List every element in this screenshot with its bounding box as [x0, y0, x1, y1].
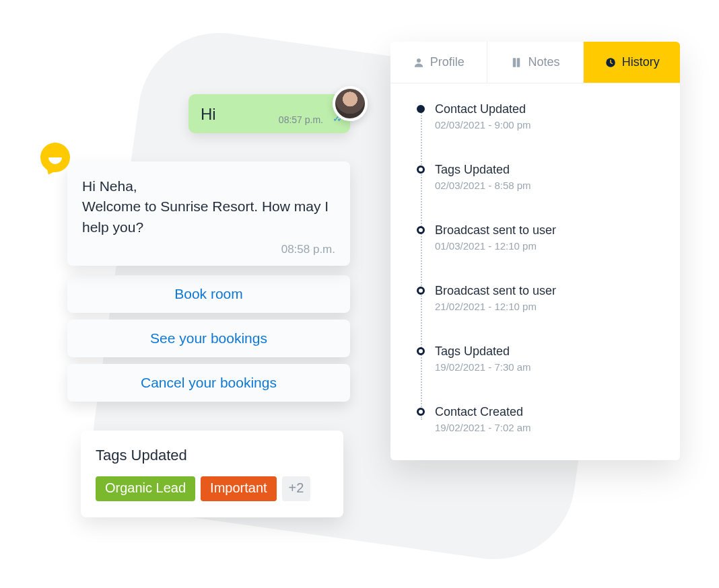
outgoing-message-time: 08:58 p.m. — [82, 243, 335, 256]
quick-reply-see-bookings[interactable]: See your bookings — [67, 320, 350, 357]
tab-notes-label: Notes — [528, 55, 559, 69]
timeline-item: Tags Updated 02/03/2021 - 8:58 pm — [417, 163, 660, 191]
svg-point-0 — [417, 59, 421, 63]
timeline-title: Broadcast sent to user — [435, 223, 660, 237]
incoming-message: Hi 08:57 p.m. ✓✓ — [189, 94, 350, 133]
timeline-item: Broadcast sent to user 01/03/2021 - 12:1… — [417, 223, 660, 252]
chat-bubble-icon — [40, 143, 70, 172]
timeline-time: 19/02/2021 - 7:30 am — [435, 361, 660, 373]
tags-card-title: Tags Updated — [96, 447, 329, 464]
contact-avatar — [333, 86, 368, 121]
history-timeline: Contact Updated 02/03/2021 - 9:00 pm Tag… — [390, 83, 680, 460]
timeline-time: 02/03/2021 - 8:58 pm — [435, 180, 660, 191]
timeline-item: Tags Updated 19/02/2021 - 7:30 am — [417, 344, 660, 373]
timeline-dot-icon — [417, 105, 425, 113]
timeline-item: Contact Updated 02/03/2021 - 9:00 pm — [417, 102, 660, 131]
timeline-dot-icon — [417, 287, 425, 295]
timeline-time: 01/03/2021 - 12:10 pm — [435, 240, 660, 252]
contact-side-panel: Profile Notes History Contact Updated 02… — [390, 42, 680, 460]
incoming-message-time: 08:57 p.m. — [279, 114, 323, 125]
chat-column: Hi 08:57 p.m. ✓✓ Hi Neha, Welcome to Sun… — [67, 94, 350, 402]
timeline-dot-icon — [417, 408, 425, 416]
person-icon — [413, 57, 425, 69]
timeline-dot-icon — [417, 166, 425, 174]
tags-row: Organic Lead Important +2 — [96, 476, 329, 501]
timeline-time: 19/02/2021 - 7:02 am — [435, 422, 660, 433]
outgoing-message-text: Hi Neha, Welcome to Sunrise Resort. How … — [82, 176, 335, 237]
timeline-time: 02/03/2021 - 9:00 pm — [435, 119, 660, 131]
timeline-time: 21/02/2021 - 12:10 pm — [435, 301, 660, 312]
quick-replies: Book room See your bookings Cancel your … — [67, 275, 350, 402]
timeline-item: Broadcast sent to user 21/02/2021 - 12:1… — [417, 284, 660, 312]
timeline-item: Contact Created 19/02/2021 - 7:02 am — [417, 405, 660, 433]
tab-notes[interactable]: Notes — [487, 42, 584, 83]
timeline-line — [421, 110, 422, 420]
tag-important[interactable]: Important — [201, 476, 276, 501]
panel-tabs: Profile Notes History — [390, 42, 680, 83]
outgoing-message: Hi Neha, Welcome to Sunrise Resort. How … — [67, 161, 350, 266]
timeline-dot-icon — [417, 226, 425, 234]
svg-rect-2 — [517, 58, 520, 67]
timeline-dot-icon — [417, 347, 425, 355]
timeline-title: Tags Updated — [435, 344, 660, 359]
tag-organic-lead[interactable]: Organic Lead — [96, 476, 195, 501]
tab-profile-label: Profile — [430, 55, 465, 69]
svg-rect-1 — [513, 58, 516, 67]
timeline-title: Contact Updated — [435, 102, 660, 116]
tags-updated-card: Tags Updated Organic Lead Important +2 — [81, 431, 343, 517]
quick-reply-book-room[interactable]: Book room — [67, 275, 350, 313]
timeline-title: Tags Updated — [435, 163, 660, 177]
clock-icon — [605, 57, 617, 69]
notes-icon — [510, 57, 522, 69]
tab-history-label: History — [622, 55, 660, 69]
tab-profile[interactable]: Profile — [390, 42, 487, 83]
timeline-title: Contact Created — [435, 405, 660, 419]
timeline-title: Broadcast sent to user — [435, 284, 660, 298]
tag-more-count[interactable]: +2 — [282, 476, 311, 501]
tab-history[interactable]: History — [584, 42, 680, 83]
quick-reply-cancel-bookings[interactable]: Cancel your bookings — [67, 364, 350, 402]
